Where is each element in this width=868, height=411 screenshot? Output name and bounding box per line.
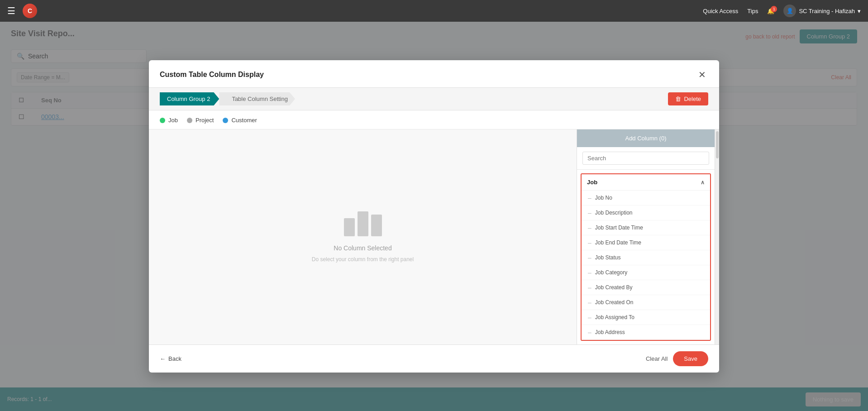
column-label: Job Description	[595, 210, 633, 216]
clear-all-button[interactable]: Clear All	[646, 355, 668, 362]
delete-icon: 🗑	[675, 96, 681, 102]
back-label: Back	[168, 355, 181, 362]
nav-right: Quick Access Tips 🔔 1 👤 SC Training - Ha…	[703, 5, 861, 17]
dash-icon: –	[588, 284, 591, 291]
breadcrumb-bar: Column Group 2 Table Column Setting 🗑 De…	[149, 88, 719, 110]
column-item-job-start[interactable]: – Job Start Date Time	[582, 220, 710, 235]
username-label: SC Training - Hafizah	[799, 8, 855, 14]
entity-tabs: Job Project Customer	[149, 110, 719, 129]
column-label: Job No	[595, 195, 612, 201]
modal-overlay: Custom Table Column Display ✕ Column Gro…	[0, 22, 868, 411]
dash-icon: –	[588, 209, 591, 216]
column-item-job-created-on[interactable]: – Job Created On	[582, 295, 710, 310]
tab-job[interactable]: Job	[160, 117, 178, 124]
column-label: Job Start Date Time	[595, 225, 643, 231]
group-label-job: Job	[587, 179, 597, 186]
dash-icon: –	[588, 269, 591, 276]
column-item-job-status[interactable]: – Job Status	[582, 250, 710, 265]
column-label: Job Status	[595, 254, 621, 261]
footer-right: Clear All Save	[646, 351, 708, 366]
column-item-job-end[interactable]: – Job End Date Time	[582, 235, 710, 250]
modal-body: Job Project Customer	[149, 110, 719, 344]
column-label: Job Assigned To	[595, 314, 634, 320]
column-label: Job End Date Time	[595, 239, 641, 246]
tab-customer-label: Customer	[231, 117, 257, 124]
tips-link[interactable]: Tips	[747, 8, 758, 14]
column-label: Job Category	[595, 269, 627, 276]
avatar: 👤	[783, 5, 796, 17]
customer-dot-icon	[223, 118, 228, 123]
breadcrumb-active[interactable]: Column Group 2	[160, 92, 219, 105]
page-background: Site Visit Repo... go back to old report…	[0, 22, 868, 411]
column-label: Job Created On	[595, 299, 634, 306]
group-header-job[interactable]: Job ∧	[582, 174, 710, 191]
tab-project-label: Project	[196, 117, 214, 124]
col-bar-1	[344, 218, 355, 236]
user-menu[interactable]: 👤 SC Training - Hafizah ▾	[783, 5, 861, 17]
col-bar-3	[371, 215, 382, 236]
tab-customer[interactable]: Customer	[223, 117, 257, 124]
app-logo: C	[23, 4, 37, 18]
modal-footer: ← Back Clear All Save	[149, 344, 719, 373]
bell-badge: 1	[771, 6, 777, 12]
back-arrow-icon: ←	[160, 355, 166, 362]
dash-icon: –	[588, 194, 591, 201]
chevron-down-icon: ▾	[858, 8, 861, 14]
column-label: Job Created By	[595, 284, 633, 291]
modal-header: Custom Table Column Display ✕	[149, 60, 719, 88]
dash-icon: –	[588, 299, 591, 306]
save-button[interactable]: Save	[673, 351, 708, 366]
tab-job-label: Job	[168, 117, 178, 124]
tab-project[interactable]: Project	[187, 117, 214, 124]
breadcrumb-inactive[interactable]: Table Column Setting	[219, 92, 295, 105]
no-column-subtitle: Do select your column from the right pan…	[312, 256, 414, 263]
no-column-title: No Column Selected	[334, 244, 391, 252]
col-bar-2	[358, 211, 368, 236]
job-dot-icon	[160, 118, 165, 123]
modal-main: No Column Selected Do select your column…	[149, 129, 719, 344]
chevron-up-icon: ∧	[701, 179, 705, 186]
left-panel: No Column Selected Do select your column…	[149, 129, 577, 344]
breadcrumb-items: Column Group 2 Table Column Setting	[160, 92, 295, 105]
column-item-job-no[interactable]: – Job No	[582, 191, 710, 206]
quick-access-link[interactable]: Quick Access	[703, 8, 738, 14]
hamburger-icon[interactable]: ☰	[7, 5, 15, 16]
modal-dialog: Custom Table Column Display ✕ Column Gro…	[149, 60, 719, 373]
dash-icon: –	[588, 239, 591, 246]
notification-bell[interactable]: 🔔 1	[767, 8, 774, 14]
modal-title: Custom Table Column Display	[160, 71, 264, 79]
column-item-job-description[interactable]: – Job Description	[582, 206, 710, 220]
search-input-wrap[interactable]	[582, 152, 709, 165]
no-column-icon	[344, 211, 382, 236]
dash-icon: –	[588, 254, 591, 261]
dash-icon: –	[588, 224, 591, 231]
search-field	[577, 147, 715, 170]
dash-icon: –	[588, 314, 591, 321]
column-label: Job Address	[595, 329, 625, 335]
column-item-job-created-by[interactable]: – Job Created By	[582, 280, 710, 295]
avatar-icon: 👤	[787, 8, 793, 14]
project-dot-icon	[187, 118, 192, 123]
column-item-job-address[interactable]: – Job Address	[582, 325, 710, 340]
column-group-section: Job ∧ – Job No – Job Description	[581, 173, 711, 341]
column-item-job-category[interactable]: – Job Category	[582, 265, 710, 280]
dash-icon: –	[588, 329, 591, 336]
top-navigation: ☰ C Quick Access Tips 🔔 1 👤 SC Training …	[0, 0, 868, 22]
right-panel: Add Column (0) Job ∧	[577, 129, 715, 344]
add-column-header: Add Column (0)	[577, 129, 715, 147]
column-item-job-assigned-to[interactable]: – Job Assigned To	[582, 310, 710, 325]
nav-left: ☰ C	[7, 4, 37, 18]
delete-label: Delete	[684, 96, 701, 102]
search-column-input[interactable]	[587, 155, 704, 162]
delete-button[interactable]: 🗑 Delete	[668, 92, 708, 105]
modal-scrollbar[interactable]	[715, 129, 719, 344]
scroll-thumb	[716, 131, 719, 158]
back-button[interactable]: ← Back	[160, 355, 181, 362]
close-button[interactable]: ✕	[696, 68, 708, 81]
